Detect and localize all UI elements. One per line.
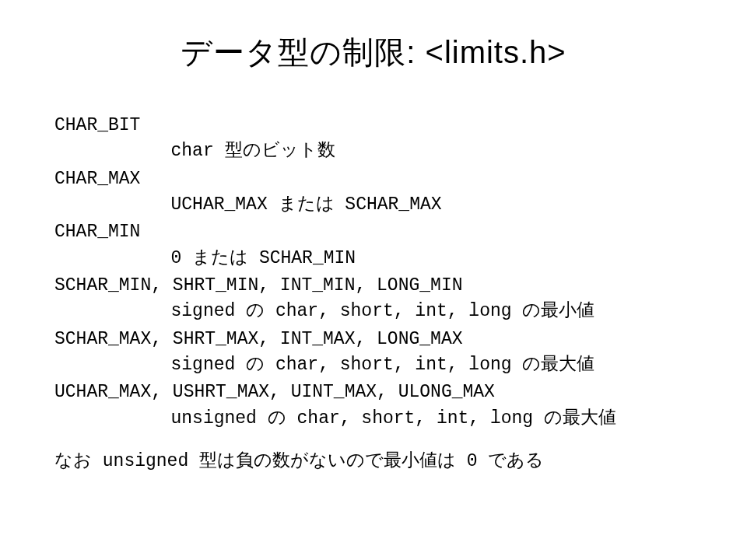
footnote: なお unsigned 型は負の数がないので最小値は 0 である — [54, 449, 693, 474]
slide-title: データ型の制限: <limits.h> — [54, 31, 693, 74]
slide: データ型の制限: <limits.h> CHAR_BIT char 型のビット数… — [0, 0, 747, 560]
definition-term: UCHAR_MAX, USHRT_MAX, UINT_MAX, ULONG_MA… — [54, 380, 693, 405]
definition-term: SCHAR_MIN, SHRT_MIN, INT_MIN, LONG_MIN — [54, 273, 693, 299]
definition-term: CHAR_MIN — [54, 219, 693, 245]
definition-desc: signed の char, short, int, long の最大値 — [54, 352, 693, 378]
definition-desc: unsigned の char, short, int, long の最大値 — [54, 406, 693, 432]
definition-desc: char 型のビット数 — [54, 138, 693, 164]
slide-content: CHAR_BIT char 型のビット数 CHAR_MAX UCHAR_MAX … — [54, 113, 693, 474]
definition-desc: signed の char, short, int, long の最小値 — [54, 299, 693, 324]
definition-desc: UCHAR_MAX または SCHAR_MAX — [54, 192, 693, 218]
definition-desc: 0 または SCHAR_MIN — [54, 246, 693, 271]
definition-term: CHAR_MAX — [54, 166, 693, 192]
definition-term: CHAR_BIT — [54, 113, 693, 138]
definition-term: SCHAR_MAX, SHRT_MAX, INT_MAX, LONG_MAX — [54, 327, 693, 352]
